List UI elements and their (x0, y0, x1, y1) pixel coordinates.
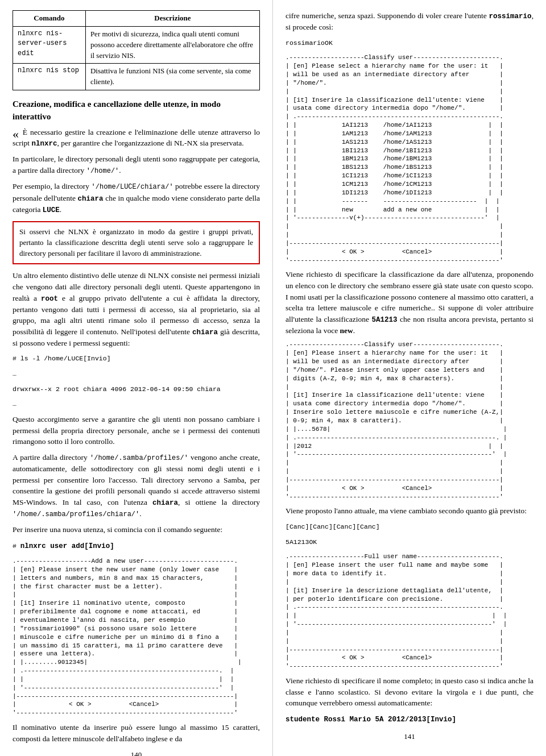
section-title: Creazione, modifica e cancellazione dell… (13, 98, 260, 123)
col-header-descrizione: Descrizione (85, 11, 259, 27)
rossimario-cmd: rossimarioOK (286, 38, 533, 49)
ok2-mark: OK (309, 538, 317, 546)
para3-code2: chiara (78, 195, 104, 203)
desc-cell-2: Disattiva le funzioni NIS (sia come serv… (85, 64, 259, 90)
canc-row: [Canc][Canc][Canc][Canc] (286, 521, 533, 533)
right-page: cifre numeriche, senza spazi. Supponendo… (273, 0, 546, 756)
table-row: nlnxrc nis-server-users edit Per motivi … (13, 26, 260, 64)
cmd-ls-hash: # ls -l /home/LUCE[Invio] (13, 355, 111, 362)
cmd-add-hash: # (13, 542, 20, 550)
cmd-cell-1: nlnxrc nis-server-users edit (13, 26, 86, 64)
paragraph-6: A partire dalla directory '/home/.samba/… (13, 452, 260, 520)
page-number-left: 140 (13, 750, 260, 756)
para2-code: '/home/' (86, 167, 119, 175)
para6-text: A partire dalla directory (13, 453, 90, 462)
command-table: Comando Descrizione nlnxrc nis-server-us… (13, 10, 260, 90)
paragraph-8: Il nominativo utente da inserire può ess… (13, 722, 260, 744)
right-intro-para: cifre numeriche, senza spazi. Supponendo… (286, 10, 533, 33)
studente-cmd-text: studente Rossi Mario 5A 2012/2013[Invio] (286, 716, 456, 724)
ellipsis-1: … (13, 368, 260, 380)
paragraph-5: Questo accorgimento serve a garantire ch… (13, 414, 260, 447)
code-5A1213: 5A1213OK (286, 537, 533, 549)
code-5A1213-text: 5A1213 (286, 538, 309, 546)
para6-end: . (139, 509, 141, 518)
cmd-add-text: nlnxrc user add[Invio] (20, 542, 114, 550)
paragraph-3: Per esempio, la directory '/home/LUCE/ch… (13, 181, 260, 215)
new-word: new (340, 326, 353, 335)
terminal-classify-1: .--------------------Classify user------… (286, 53, 533, 264)
para3-code3: LUCE (43, 206, 60, 214)
desc-cell-1: Per motivi di sicurezza, indica quali ut… (85, 26, 259, 64)
paragraph-2: In particolare, le directory personali d… (13, 153, 260, 176)
para6-code2: chiara (152, 499, 178, 507)
para1-cmd: nlnxrc (31, 140, 57, 148)
rossimario-text: rossimario (286, 39, 325, 47)
cmd-ls-result: drwxrwx--x 2 root chiara 4096 2012-06-14… (13, 384, 260, 396)
para6-rest2: , si ottiene la directory (178, 498, 260, 506)
left-page: Comando Descrizione nlnxrc nis-server-us… (0, 0, 273, 756)
right-intro-text: cifre numeriche, senza spazi. Supponendo… (286, 11, 489, 20)
paragraph-7: Per inserire una nuova utenza, si cominc… (13, 524, 260, 535)
cmd-add-block: # nlnxrc user add[Invio] (13, 540, 260, 553)
para6-code: '/home/.samba/profiles/' (90, 454, 188, 462)
para3-end: . (60, 205, 61, 214)
page-number-right: 141 (286, 732, 533, 742)
para6-code3: '/home/.samba/profiles/chiara/' (13, 510, 139, 518)
highlighted-box: Si osservi che NLNX è organizzato in mod… (13, 221, 260, 265)
classify-para-end: . (353, 326, 355, 335)
fullname-para: Viene richiesto di specificare il nome c… (286, 675, 533, 709)
paragraph-1: « È necessario gestire la creazione e l'… (13, 127, 260, 149)
para4-code2: chiara (192, 329, 218, 337)
ellipsis-2: … (13, 398, 260, 410)
studente-cmd: studente Rossi Mario 5A 2012/2013[Invio] (286, 713, 533, 726)
terminal-add-user: .--------------------Add a new user-----… (13, 557, 260, 717)
col-header-comando: Comando (13, 11, 86, 27)
terminal-fullname: .--------------------Full user name-----… (286, 553, 533, 671)
cmd-ls-block: # ls -l /home/LUCE[Invio] (13, 353, 260, 365)
para1-rest: , per garantire che l'organizzazione di … (57, 139, 243, 147)
para4-code1: root (41, 295, 58, 303)
classify-para: Viene richiesto di specificare la classi… (286, 269, 533, 336)
table-row: nlnxrc nis stop Disattiva le funzioni NI… (13, 64, 260, 90)
paragraph-4: Un altro elemento distintivo delle utenz… (13, 270, 260, 348)
cmd-cell-2: nlnxrc nis stop (13, 64, 86, 90)
para2-rest: . (119, 166, 121, 175)
right-intro-user: rossimario (489, 13, 532, 20)
classif-code: 5A1213 (372, 316, 398, 324)
para2-text: In particolare, le directory personali d… (13, 155, 260, 175)
proposed-para: Viene proposto l'anno attuale, ma viene … (286, 505, 533, 517)
terminal-classify-2: .--------------------Classify user------… (286, 340, 533, 501)
para3-text: Per esempio, la directory (13, 182, 92, 190)
para3-code1: '/home/LUCE/chiara/' (92, 183, 173, 191)
ok-mark: OK (325, 39, 333, 47)
